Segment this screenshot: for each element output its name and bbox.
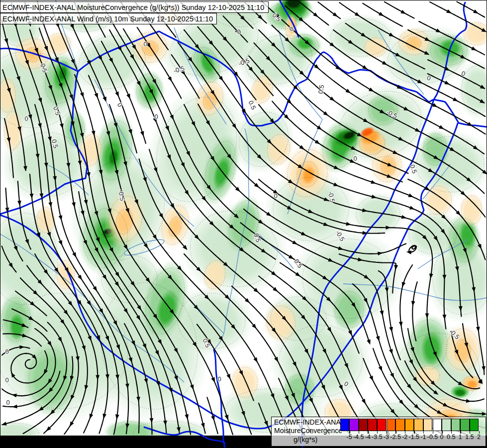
legend-tick-label: 0 [440,434,444,441]
legend-tick-label: -1.5 [409,434,420,441]
colorbar-legend: ECMWF-INDEX-ANAL MoistureConvergence g/(… [271,417,486,447]
legend-tick-label: 1.5 [465,434,474,441]
legend-swatch [470,419,479,431]
title-line-1: ECMWF-INDEX-ANAL MoistureConvergence (g/… [2,3,264,11]
weather-map-canvas: 0.50-0.5-0.50.50.5000.500.5000-0.500.5-0… [0,0,487,448]
legend-swatch [395,419,405,431]
legend-swatch [349,419,359,431]
legend-swatch [423,419,433,431]
legend-swatch [460,419,470,431]
title-moisture-convergence: ECMWF-INDEX-ANAL MoistureConvergence (g/… [0,1,269,13]
svg-text:0: 0 [143,40,147,48]
svg-text:0: 0 [353,155,357,162]
svg-text:0: 0 [274,192,277,200]
svg-text:0: 0 [24,115,28,122]
legend-swatch [405,419,414,431]
svg-text:0: 0 [154,113,158,120]
legend-tick-label: 2 [477,434,481,441]
legend-swatch [442,419,451,431]
legend-units-label: g/(kg*s) [293,436,317,444]
svg-text:0: 0 [5,376,8,384]
legend-swatch [414,419,423,431]
svg-text:0: 0 [6,399,9,406]
legend-tick-label: -1 [420,434,426,441]
legend-field-label: MoistureConvergence [274,427,342,435]
svg-text:0.5: 0.5 [317,84,326,94]
legend-tick-label: -3 [384,434,389,441]
legend-model-label: ECMWF-INDEX-ANAL [274,418,345,426]
moisture-shading [0,0,487,448]
map-plot-area: 0.50-0.5-0.50.50.5000.500.5000-0.500.5-0… [0,0,487,448]
legend-tick-label: -3.5 [372,434,383,441]
legend-tick-label: -5 [347,434,352,441]
title-wind: ECMWF-INDEX-ANAL Wind (m/s) 10m Sunday 1… [0,13,217,24]
legend-tick-label: 0.5 [447,434,455,441]
legend-tick-label: -2 [402,434,407,441]
svg-text:0: 0 [5,348,8,355]
legend-tick-label: -4 [365,434,371,441]
title-line-2: ECMWF-INDEX-ANAL Wind (m/s) 10m Sunday 1… [2,15,213,23]
legend-swatch [340,419,350,431]
map-svg: 0.50-0.5-0.50.50.5000.500.5000-0.500.5-0… [0,0,487,448]
legend-tick-label: -0.5 [427,434,438,441]
legend-swatch [377,419,387,431]
legend-swatch [387,419,396,431]
legend-tick-label: -2.5 [390,434,401,441]
legend-swatch [433,419,442,431]
legend-swatch [359,419,368,431]
svg-text:0: 0 [217,375,221,383]
legend-swatch [451,419,461,431]
legend-swatch [368,419,377,431]
legend-tick-label: -4.5 [353,434,364,441]
legend-tick-label: 1 [459,434,462,441]
